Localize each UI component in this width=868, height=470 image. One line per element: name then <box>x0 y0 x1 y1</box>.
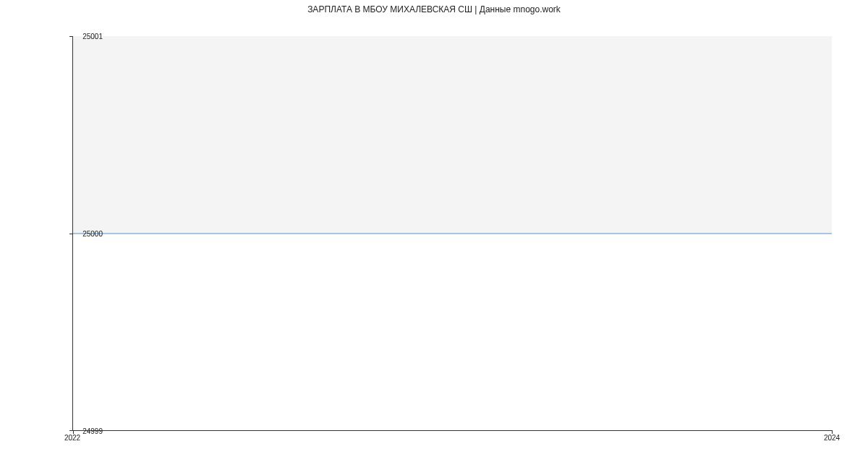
x-tick-label: 2024 <box>824 434 840 442</box>
chart-container: ЗАРПЛАТА В МБОУ МИХАЛЕВСКАЯ СШ | Данные … <box>0 0 868 470</box>
y-tick <box>69 234 73 234</box>
data-line <box>73 233 832 234</box>
y-tick-label: 24999 <box>82 427 103 435</box>
plot-area <box>72 36 832 431</box>
y-tick <box>69 36 73 37</box>
plot-background <box>73 36 832 234</box>
y-tick-label: 25001 <box>82 33 103 40</box>
x-tick-label: 2022 <box>64 434 80 442</box>
y-tick-label: 25000 <box>82 230 103 238</box>
chart-title: ЗАРПЛАТА В МБОУ МИХАЛЕВСКАЯ СШ | Данные … <box>0 4 868 14</box>
